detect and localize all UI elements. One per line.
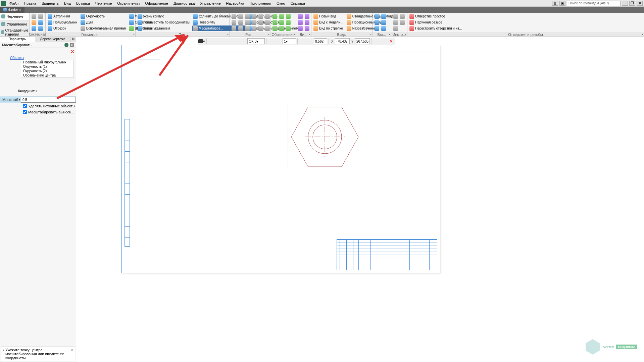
list-item[interactable]: Правильный многоугольник [21,60,73,64]
undo-button[interactable] [38,19,44,25]
auxline-button[interactable]: Вспомогательная прямая [80,25,128,31]
des7[interactable] [285,13,291,19]
hole-thread-button[interactable]: Наружная резьба [409,19,464,25]
save-button[interactable] [31,25,37,31]
mdi-tile-icon[interactable]: ▯ [552,1,558,6]
menu-draw[interactable]: Черчение [93,1,115,6]
menu-edit[interactable]: Правка [21,1,39,6]
dim12[interactable] [251,25,257,31]
autoline-button[interactable]: Автолиния [47,13,79,19]
con5[interactable] [304,19,310,25]
help-icon[interactable]: ? [64,43,68,47]
dim10[interactable] [251,13,257,19]
objects-link[interactable]: Объекты [0,56,24,60]
dim18[interactable] [264,25,270,31]
window-minimize-icon[interactable]: — [622,1,628,6]
window-close-icon[interactable]: ✕ [637,1,643,6]
scale-extensions-checkbox[interactable]: Масштабировать выносн... [0,109,76,115]
menu-view[interactable]: Вид [61,1,73,6]
coords-section-header[interactable]: Координаты [0,89,76,94]
redo-button[interactable] [38,25,44,31]
snap-end-icon[interactable] [208,38,215,45]
dim14[interactable] [258,19,264,25]
ins2[interactable] [374,19,380,25]
trim-button[interactable]: Усечь кривую [137,13,192,19]
ins5[interactable] [381,19,387,25]
list-item[interactable]: Обозначение центра [21,73,73,77]
dim17[interactable] [264,19,270,25]
movecoord-button[interactable]: Переместить по координатам [137,19,192,25]
ortho-icon[interactable] [268,38,275,45]
tl5[interactable] [399,19,405,25]
tl4[interactable] [399,13,405,19]
menu-settings[interactable]: Настройка [224,1,247,6]
des6[interactable] [279,25,285,31]
list-item[interactable]: Окружность (2) [21,69,73,73]
zoom-in-icon[interactable] [299,38,306,45]
circle-button[interactable]: Окружность [80,13,128,19]
menu-constraints[interactable]: Ограничения [114,1,142,6]
cancel-operation-icon[interactable]: ✕ [388,38,394,45]
dim6[interactable] [238,25,244,31]
menu-file[interactable]: Файл [7,1,21,6]
newview-button[interactable]: Новый вид [313,13,345,19]
menu-manage[interactable]: Управление [197,1,223,6]
menu-insert[interactable]: Вставка [73,1,93,6]
des4[interactable] [279,13,285,19]
dim2[interactable] [231,19,237,25]
mode-drawing[interactable]: Черчение [0,13,29,20]
step-field[interactable]: 1 ▾ [283,38,296,44]
menu-diag[interactable]: Диагностика [171,1,198,6]
list-icon[interactable]: ≡ [70,43,74,47]
x-field[interactable]: -78.437 [335,38,350,44]
mdi-cascade-icon[interactable]: ▣ [559,1,565,6]
command-search-input[interactable] [567,1,621,6]
des1[interactable] [272,13,278,19]
dim8[interactable] [244,19,250,25]
zoom-out-icon[interactable] [306,38,313,45]
grid-icon[interactable] [233,38,239,45]
con4[interactable] [304,13,310,19]
tab-tree[interactable]: Дерево чертежа [35,37,70,42]
menu-apps[interactable]: Приложения [247,1,274,6]
drawing-canvas[interactable] [76,37,644,362]
print-button[interactable] [38,13,44,19]
hole-rebuild-button[interactable]: Перестроить отверстия и из... [409,25,464,31]
y-field[interactable]: 267.505 [355,38,370,44]
des9[interactable] [285,25,291,31]
snap-center-icon[interactable] [223,38,230,45]
des8[interactable] [285,19,291,25]
con6[interactable] [304,25,310,31]
des5[interactable] [279,19,285,25]
zoom-field[interactable]: 0.562 [314,38,327,44]
ins3[interactable] [374,25,380,31]
tab-parameters[interactable]: Параметры [0,37,35,42]
snap-mid-icon[interactable] [215,38,222,45]
dim7[interactable] [244,13,250,19]
arrowview-button[interactable]: Вид по стрелке [313,25,345,31]
arc-button[interactable]: Дуга [80,19,128,25]
tl1[interactable] [393,13,399,19]
dim9[interactable] [244,25,250,31]
con1[interactable] [297,13,303,19]
dim1[interactable] [231,13,237,19]
con3[interactable] [297,25,303,31]
rectangle-button[interactable]: Прямоугольник [47,19,79,25]
ins6[interactable] [381,25,387,31]
mode-standard[interactable]: Стандартные изделия [0,28,29,37]
tab-close-icon[interactable]: × [19,8,21,12]
modelview-button[interactable]: Вид с модели... [313,19,345,25]
hole-simple-button[interactable]: Отверстие простое [409,13,464,19]
scale-input[interactable] [21,97,76,103]
menu-format[interactable]: Оформление [142,1,170,6]
menu-select[interactable]: Выделить [39,1,61,6]
menu-help[interactable]: Справка [288,1,308,6]
con2[interactable] [297,19,303,25]
new-button[interactable] [31,13,37,19]
dim15[interactable] [258,25,264,31]
origin-icon[interactable] [240,38,247,45]
panel-cancel-icon[interactable]: ✕ [70,49,75,54]
dim16[interactable] [264,13,270,19]
dim13[interactable] [258,13,264,19]
break2-icon[interactable] [380,38,387,45]
